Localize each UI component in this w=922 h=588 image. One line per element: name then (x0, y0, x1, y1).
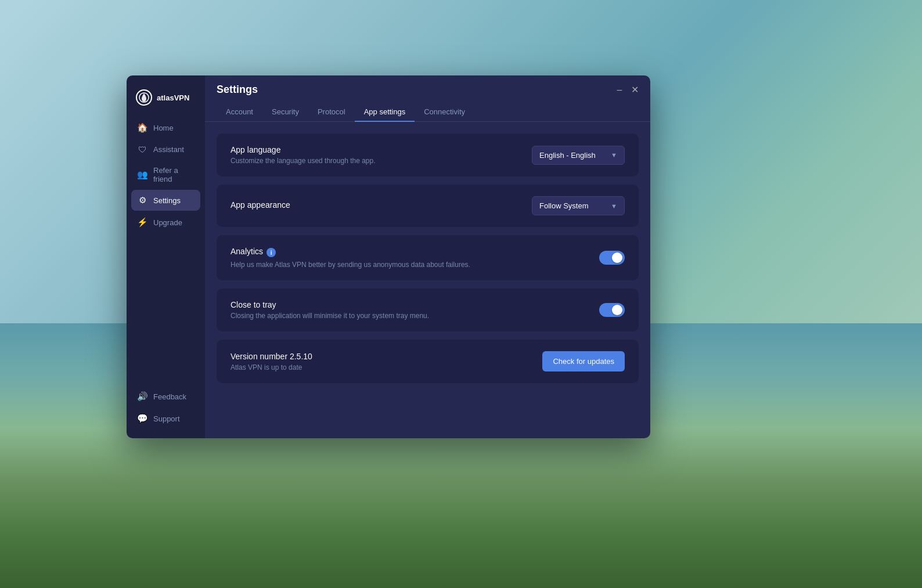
close-to-tray-card: Close to tray Closing the application wi… (217, 288, 639, 331)
sidebar-item-upgrade-label: Upgrade (153, 218, 182, 227)
tab-connectivity[interactable]: Connectivity (415, 103, 474, 122)
titlebar-controls: – ✕ (615, 86, 639, 94)
close-to-tray-desc: Closing the application will minimise it… (230, 312, 429, 320)
sidebar-item-support-label: Support (153, 414, 180, 423)
sidebar-nav: 🏠 Home 🛡 Assistant 👥 Refer a friend ⚙ Se… (127, 117, 205, 386)
analytics-row: Analytics i Help us make Atlas VPN bette… (230, 247, 625, 269)
analytics-label-row: Analytics i (230, 247, 470, 258)
sidebar-item-support[interactable]: 💬 Support (131, 408, 200, 429)
analytics-text: Analytics i Help us make Atlas VPN bette… (230, 247, 470, 269)
app-language-text: App language Customize the language used… (230, 145, 376, 165)
version-row: Version number 2.5.10 Atlas VPN is up to… (230, 351, 625, 371)
refer-icon: 👥 (137, 169, 147, 180)
language-dropdown[interactable]: English - English ▼ (532, 146, 625, 165)
appearance-dropdown-arrow: ▼ (611, 203, 617, 210)
tab-security[interactable]: Security (262, 103, 308, 122)
app-appearance-card: App appearance Follow System ▼ (217, 185, 639, 227)
analytics-title: Analytics (230, 247, 263, 256)
sidebar-item-refer-label: Refer a friend (153, 166, 195, 183)
close-button[interactable]: ✕ (631, 86, 639, 94)
sidebar-item-home[interactable]: 🏠 Home (131, 117, 200, 138)
sidebar-item-feedback[interactable]: 🔊 Feedback (131, 386, 200, 407)
tabs: Account Security Protocol App settings C… (205, 96, 650, 122)
language-dropdown-arrow: ▼ (611, 151, 617, 158)
app-appearance-row: App appearance Follow System ▼ (230, 196, 625, 215)
analytics-toggle[interactable] (599, 251, 625, 265)
app-appearance-title: App appearance (230, 200, 290, 210)
sidebar-item-home-label: Home (153, 124, 174, 132)
version-desc: Atlas VPN is up to date (230, 363, 312, 371)
sidebar-item-feedback-label: Feedback (153, 392, 186, 401)
feedback-icon: 🔊 (137, 391, 147, 402)
analytics-desc: Help us make Atlas VPN better by sending… (230, 261, 470, 269)
sidebar-item-refer[interactable]: 👥 Refer a friend (131, 161, 200, 189)
analytics-card: Analytics i Help us make Atlas VPN bette… (217, 235, 639, 280)
check-updates-button[interactable]: Check for updates (542, 351, 625, 371)
assistant-icon: 🛡 (137, 145, 147, 154)
appearance-dropdown[interactable]: Follow System ▼ (532, 196, 625, 215)
appearance-dropdown-value: Follow System (539, 201, 589, 210)
sidebar-bottom: 🔊 Feedback 💬 Support (127, 386, 205, 429)
settings-content: App language Customize the language used… (205, 122, 650, 438)
sidebar-item-assistant-label: Assistant (153, 145, 184, 154)
close-to-tray-toggle[interactable] (599, 303, 625, 317)
sidebar-item-upgrade[interactable]: ⚡ Upgrade (131, 212, 200, 233)
sidebar: atlasVPN 🏠 Home 🛡 Assistant 👥 Refer a fr… (127, 75, 205, 438)
app-language-card: App language Customize the language used… (217, 134, 639, 176)
atlasvpn-logo-icon (136, 89, 152, 106)
sidebar-item-settings[interactable]: ⚙ Settings (131, 190, 200, 211)
version-text: Version number 2.5.10 Atlas VPN is up to… (230, 352, 312, 371)
close-to-tray-title: Close to tray (230, 300, 429, 309)
settings-icon: ⚙ (137, 195, 147, 205)
language-dropdown-value: English - English (539, 151, 596, 160)
home-icon: 🏠 (137, 122, 147, 133)
minimize-button[interactable]: – (615, 86, 624, 94)
sidebar-item-settings-label: Settings (153, 196, 181, 205)
support-icon: 💬 (137, 413, 147, 424)
page-title: Settings (217, 84, 258, 96)
version-card: Version number 2.5.10 Atlas VPN is up to… (217, 340, 639, 383)
titlebar: Settings – ✕ (205, 75, 650, 96)
sidebar-logo: atlasVPN (127, 85, 205, 117)
tab-account[interactable]: Account (217, 103, 262, 122)
main-content: Settings – ✕ Account Security Protocol A… (205, 75, 650, 438)
analytics-info-icon[interactable]: i (266, 248, 276, 257)
tab-app-settings[interactable]: App settings (355, 103, 415, 122)
app-language-desc: Customize the language used through the … (230, 157, 376, 165)
upgrade-icon: ⚡ (137, 217, 147, 228)
version-title: Version number 2.5.10 (230, 352, 312, 361)
sidebar-logo-text: atlasVPN (157, 93, 189, 102)
sidebar-item-assistant[interactable]: 🛡 Assistant (131, 139, 200, 160)
tab-protocol[interactable]: Protocol (308, 103, 355, 122)
close-to-tray-text: Close to tray Closing the application wi… (230, 300, 429, 320)
app-language-title: App language (230, 145, 376, 154)
app-language-row: App language Customize the language used… (230, 145, 625, 165)
app-window: atlasVPN 🏠 Home 🛡 Assistant 👥 Refer a fr… (127, 75, 650, 438)
close-to-tray-row: Close to tray Closing the application wi… (230, 300, 625, 320)
